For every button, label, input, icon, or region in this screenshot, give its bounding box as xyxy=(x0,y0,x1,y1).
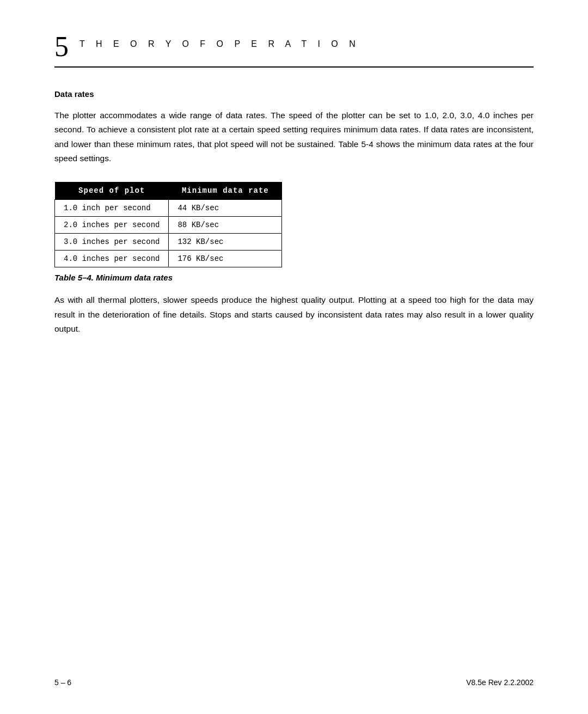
table-header-speed: Speed of plot xyxy=(55,182,169,200)
table-cell-speed: 1.0 inch per second xyxy=(55,200,169,217)
table-row: 2.0 inches per second88 KB/sec xyxy=(55,217,282,234)
page-footer: 5 – 6 V8.5e Rev 2.2.2002 xyxy=(54,678,534,687)
data-rates-table-container: Speed of plot Minimum data rate 1.0 inch… xyxy=(54,182,534,282)
chapter-number: 5 xyxy=(54,33,69,61)
table-cell-rate: 176 KB/sec xyxy=(169,251,282,267)
table-header-rate: Minimum data rate xyxy=(169,182,282,200)
table-row: 4.0 inches per second176 KB/sec xyxy=(55,251,282,267)
page: 5 T H E O R Y O F O P E R A T I O N Data… xyxy=(0,0,588,714)
body-paragraph-1: The plotter accommodates a wide range of… xyxy=(54,108,534,166)
version-info: V8.5e Rev 2.2.2002 xyxy=(466,678,534,687)
table-cell-rate: 132 KB/sec xyxy=(169,234,282,251)
page-header: 5 T H E O R Y O F O P E R A T I O N xyxy=(54,33,534,68)
table-cell-rate: 88 KB/sec xyxy=(169,217,282,234)
section-heading: Data rates xyxy=(54,89,534,99)
data-rates-table: Speed of plot Minimum data rate 1.0 inch… xyxy=(54,182,282,267)
body-paragraph-2: As with all thermal plotters, slower spe… xyxy=(54,293,534,336)
table-cell-speed: 3.0 inches per second xyxy=(55,234,169,251)
table-row: 1.0 inch per second44 KB/sec xyxy=(55,200,282,217)
table-row: 3.0 inches per second132 KB/sec xyxy=(55,234,282,251)
chapter-title: T H E O R Y O F O P E R A T I O N xyxy=(79,33,360,49)
table-cell-rate: 44 KB/sec xyxy=(169,200,282,217)
table-cell-speed: 2.0 inches per second xyxy=(55,217,169,234)
table-cell-speed: 4.0 inches per second xyxy=(55,251,169,267)
page-number: 5 – 6 xyxy=(54,678,71,687)
table-caption: Table 5–4. Minimum data rates xyxy=(54,273,534,282)
